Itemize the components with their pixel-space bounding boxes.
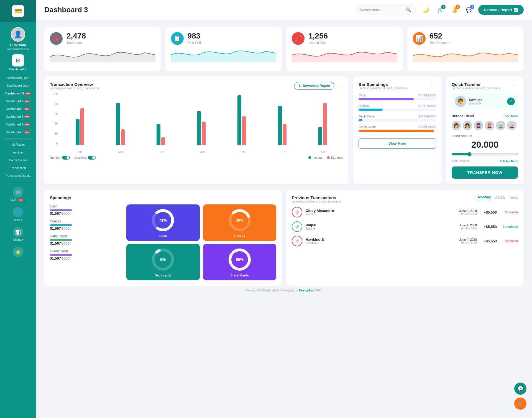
msg-btn[interactable]: 💬 5 <box>464 5 474 15</box>
debit-amount: $487/$10000 <box>418 115 436 118</box>
bar-group-wed <box>181 93 221 145</box>
download-report-button[interactable]: ⬇ Download Report <box>294 82 334 90</box>
svg-text:71%: 71% <box>159 218 167 222</box>
download-icon: ⬇ <box>298 84 301 88</box>
spend-checks: Checks $1,567/$5,000 <box>50 219 118 230</box>
bar-coral <box>283 124 287 145</box>
friend-avatar-1: 👩 <box>452 121 461 130</box>
tx-amount-3: +$5,553 <box>480 239 497 243</box>
tx-amount-2: +$5,553 <box>480 225 497 229</box>
bar-teal <box>116 103 120 145</box>
bar-coral <box>202 122 206 145</box>
analytics-toggle-switch[interactable] <box>88 156 96 160</box>
donut-debit-label: Debit cards <box>155 274 172 277</box>
transfer-now-button[interactable]: TRANSFER NOW <box>452 166 518 179</box>
more-options-button[interactable]: ··· <box>337 83 343 89</box>
bell-btn[interactable]: 🔔 12 <box>449 5 460 15</box>
sidebar-item-dashboard-dark[interactable]: Dashboard Dark <box>0 82 36 89</box>
generate-report-button[interactable]: Generate Report 📈 <box>478 5 524 15</box>
sidebar-item-dashboard-light[interactable]: Dashboard Light <box>0 74 36 82</box>
sidebar-item-dashboard8[interactable]: Dashboard 8New <box>0 128 36 136</box>
bar-coral <box>323 103 327 145</box>
charts-btn[interactable]: 📊 Charts › <box>0 224 36 244</box>
bar-spendings-title: Bar Spendings <box>359 82 408 87</box>
topbar-icons: 🌙 🛒 2 🔔 12 💬 5 Generate Report 📈 <box>421 5 524 15</box>
transaction-list: ↺ Cindy Alexandro Transfer June 5, 2020 … <box>292 207 518 246</box>
tx-details-3: Hawkins Jr. Cashback <box>306 237 456 245</box>
sidebar-item-cards[interactable]: Cards Center <box>0 156 36 164</box>
moon-icon: 🌙 <box>423 7 429 13</box>
spending-row-debit: Debit Cards $487/$10000 <box>359 115 436 121</box>
sidebar-item-dashboard3[interactable]: Dashboard 3New <box>0 89 36 97</box>
amount-slider[interactable] <box>452 152 518 157</box>
tx-details-2: Paipal Transfer <box>306 223 456 230</box>
username: Hi,William <box>10 43 26 47</box>
bar-coral <box>80 108 84 145</box>
tab-today[interactable]: Today <box>509 196 518 200</box>
new-badge: New <box>24 131 30 134</box>
sidebar-item-wallet[interactable]: My Wallet <box>0 141 36 148</box>
transfer-user-handle: @sam224 <box>469 102 482 105</box>
sidebar-item-dashboard6[interactable]: Dashboard 6New <box>0 113 36 120</box>
tx-status-2: Completed <box>500 225 518 228</box>
fab-container: 💬 🛒 <box>514 383 526 410</box>
unpaid-emi-label: Unpaid EMI <box>308 41 328 45</box>
new-badge: New <box>24 108 30 110</box>
expense-label: Expense <box>331 156 343 159</box>
sidebar-item-invoices[interactable]: Invoices <box>0 148 36 156</box>
tab-weekly[interactable]: Weekly <box>495 196 505 200</box>
paid-emi-label: Paid EMI <box>188 41 201 45</box>
income-label: Income <box>313 156 323 159</box>
sidebar-item-transaction[interactable]: Transaction <box>0 164 36 172</box>
income-dot <box>308 156 311 159</box>
bar-spendings-more-btn[interactable]: ··· <box>430 82 436 88</box>
bar-coral <box>161 137 165 145</box>
tab-monthly[interactable]: Monthly <box>478 195 491 200</box>
transaction-overview-subtitle: Lorem ipsum dolor sit amet, consectetur <box>50 87 99 90</box>
friend-avatar-3: 👩‍🦱 <box>474 121 483 130</box>
sidebar-item-transaction-details[interactable]: Transaction Details <box>0 172 36 179</box>
number-toggle-switch[interactable] <box>62 156 70 160</box>
cart-fab[interactable]: 🛒 <box>514 398 526 410</box>
apps-btn[interactable]: 🌐 Apps › <box>0 204 36 224</box>
view-more-button[interactable]: View More <box>359 139 436 149</box>
total-loan-icon: 🔖 <box>50 32 63 45</box>
footer-link[interactable]: DexignLab <box>299 289 314 292</box>
bar-teal <box>318 127 322 145</box>
chat-fab[interactable]: 💬 <box>514 383 526 395</box>
search-input[interactable] <box>359 8 404 12</box>
cart-btn[interactable]: 🛒 2 <box>435 5 446 15</box>
donut-cash: 71% Cash <box>126 204 200 241</box>
wave-chart <box>171 47 277 62</box>
search-box[interactable]: 🔍 <box>355 5 416 14</box>
cash-amount: $1415/$2000 <box>418 94 436 97</box>
cms-icon: ⚙️ <box>13 187 23 198</box>
cms-btn[interactable]: ⚙️ CMSNew› <box>0 184 36 204</box>
chart-legend: Number Analytics Income Expense <box>50 156 343 160</box>
debit-progress <box>359 119 436 121</box>
donut-checks: 30% Checks <box>203 204 276 241</box>
sidebar-item-dashboard4[interactable]: Dashboard 4New <box>0 97 36 105</box>
balance-row: Your Balance $ 456,345.62 <box>452 159 518 163</box>
debit-fill <box>359 119 362 121</box>
tx-date-2: June 4, 2020 05:34:45 AM <box>459 224 477 230</box>
friend-avatar-5: 👨‍🦳 <box>496 121 505 130</box>
debit-label: Debit Cards <box>359 115 375 118</box>
paid-emi-value: 983 <box>188 32 201 40</box>
see-more-link[interactable]: See More <box>505 114 518 118</box>
star-icon: ⭐ <box>13 247 23 257</box>
new-badge: New <box>24 123 30 126</box>
x-axis-labels: SunMonTueWedThuFriSat <box>60 150 343 153</box>
tx-icon-2: ↺ <box>292 221 302 232</box>
dashboard-btn[interactable]: ⊞ <box>12 54 24 66</box>
moon-btn[interactable]: 🌙 <box>421 5 431 15</box>
avatar: 👤 <box>11 27 25 42</box>
balance-amount: $ 456,345.62 <box>500 159 518 163</box>
dashboard-label[interactable]: Dashboard ∨ <box>9 68 27 71</box>
sidebar-item-dashboard5[interactable]: Dashboard 5New <box>0 105 36 113</box>
msg-badge: 5 <box>470 5 474 9</box>
quick-transfer-more-btn[interactable]: ··· <box>512 82 518 88</box>
sidebar-item-dashboard7[interactable]: Dashboard 7New <box>0 120 36 128</box>
favorites-btn[interactable]: ⭐ <box>0 244 36 261</box>
cash-fill <box>359 98 414 100</box>
